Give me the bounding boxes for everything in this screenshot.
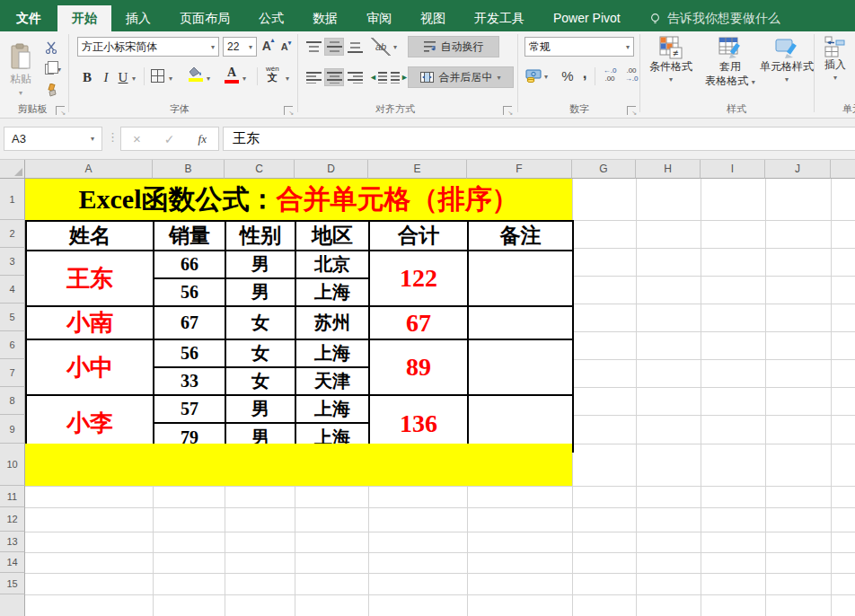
qty-cell[interactable]: 33: [154, 367, 225, 395]
gender-cell[interactable]: 女: [225, 339, 295, 367]
column-header-b[interactable]: B: [153, 160, 225, 179]
fill-color-caret[interactable]: ▾: [207, 75, 210, 83]
phonetic-caret[interactable]: ▾: [286, 75, 289, 83]
tab-home[interactable]: 开始: [57, 5, 111, 31]
alignment-dialog-launcher[interactable]: [503, 106, 512, 115]
tab-page-layout[interactable]: 页面布局: [165, 5, 244, 31]
number-dialog-launcher[interactable]: [627, 106, 636, 115]
header-qty[interactable]: 销量: [154, 221, 225, 251]
number-format-combo[interactable]: 常规▾: [524, 37, 634, 57]
fill-color-button[interactable]: [189, 67, 203, 82]
column-header-h[interactable]: H: [636, 160, 701, 179]
font-dialog-launcher[interactable]: [284, 106, 293, 115]
percent-style-button[interactable]: %: [559, 66, 577, 85]
name-cell[interactable]: 小中: [26, 339, 154, 395]
column-header-f[interactable]: F: [467, 160, 572, 179]
align-right-button[interactable]: [345, 68, 365, 86]
conditional-formatting-button[interactable]: ≠ 条件格式 ▾: [643, 36, 699, 84]
header-region[interactable]: 地区: [295, 221, 369, 251]
underline-button[interactable]: U: [115, 67, 131, 87]
copy-button[interactable]: ▾: [40, 60, 66, 78]
increase-indent-button[interactable]: ►: [390, 68, 410, 86]
yellow-highlight-row[interactable]: [25, 444, 572, 486]
font-color-caret[interactable]: ▾: [242, 75, 246, 83]
name-box[interactable]: A3 ▾: [4, 127, 102, 151]
format-painter-button[interactable]: [41, 82, 61, 100]
accounting-caret[interactable]: ▾: [544, 73, 548, 81]
wrap-text-button[interactable]: 自动换行: [408, 36, 499, 57]
orientation-caret[interactable]: ▾: [393, 43, 397, 51]
column-header-j[interactable]: J: [765, 160, 831, 179]
clipboard-dialog-launcher[interactable]: [56, 106, 65, 115]
title-cell[interactable]: Excel函数公式：合并单元格（排序）: [25, 179, 572, 220]
accounting-format-button[interactable]: [524, 66, 542, 84]
column-header-c[interactable]: C: [225, 160, 295, 179]
qty-cell[interactable]: 66: [154, 251, 225, 278]
header-gender[interactable]: 性别: [225, 221, 295, 251]
region-cell[interactable]: 苏州: [295, 306, 369, 339]
italic-button[interactable]: I: [99, 67, 113, 87]
formula-input[interactable]: 王东: [223, 127, 855, 151]
font-size-combo[interactable]: 22▾: [223, 37, 257, 57]
borders-button[interactable]: [151, 69, 164, 83]
cells-area[interactable]: Excel函数公式：合并单元格（排序） 姓名 销量 性别 地区 合计 备注 王东…: [0, 179, 855, 616]
tab-file[interactable]: 文件: [0, 5, 57, 31]
column-header-g[interactable]: G: [572, 160, 636, 179]
column-header-d[interactable]: D: [295, 160, 368, 179]
name-cell[interactable]: 小南: [26, 306, 154, 339]
cut-button[interactable]: [41, 39, 61, 57]
region-cell[interactable]: 天津: [295, 367, 369, 395]
cell-styles-button[interactable]: 单元格样式 ▾: [760, 36, 814, 84]
note-cell[interactable]: [468, 251, 573, 306]
column-header-e[interactable]: E: [368, 160, 467, 179]
align-left-button[interactable]: [304, 68, 323, 86]
font-color-button[interactable]: A: [225, 66, 239, 84]
cancel-button[interactable]: ×: [133, 131, 141, 146]
insert-cells-button[interactable]: 插入 ▾: [819, 36, 851, 82]
region-cell[interactable]: 上海: [295, 278, 369, 306]
tab-view[interactable]: 视图: [406, 5, 460, 31]
column-header-k-partial[interactable]: [831, 160, 855, 179]
tab-insert[interactable]: 插入: [111, 5, 165, 31]
total-cell[interactable]: 67: [369, 306, 468, 339]
gender-cell[interactable]: 男: [225, 395, 295, 423]
tab-formulas[interactable]: 公式: [244, 5, 298, 31]
enter-button[interactable]: ✓: [164, 132, 175, 146]
merge-center-button[interactable]: 合并后居中 ▾: [408, 66, 514, 88]
header-name[interactable]: 姓名: [26, 221, 154, 251]
column-header-i[interactable]: I: [701, 160, 765, 179]
note-cell[interactable]: [468, 339, 573, 395]
column-header-a[interactable]: A: [25, 160, 153, 179]
region-cell[interactable]: 上海: [295, 339, 369, 367]
formula-bar-drag-handle[interactable]: ⋮: [107, 130, 118, 144]
format-as-table-button[interactable]: 套用 表格格式 ▾: [702, 36, 758, 88]
decrease-indent-button[interactable]: ◄: [368, 68, 388, 86]
tab-power-pivot[interactable]: Power Pivot: [539, 5, 635, 31]
shrink-font-button[interactable]: A▾: [278, 39, 294, 55]
insert-function-button[interactable]: fx: [198, 132, 207, 146]
total-cell[interactable]: 89: [369, 339, 468, 395]
header-note[interactable]: 备注: [468, 221, 573, 251]
total-cell[interactable]: 122: [369, 251, 468, 306]
bold-button[interactable]: B: [79, 67, 95, 87]
gender-cell[interactable]: 女: [225, 306, 295, 339]
align-bottom-button[interactable]: [345, 38, 365, 56]
paste-button[interactable]: 粘贴 ▾: [4, 37, 38, 103]
align-center-button[interactable]: [324, 68, 344, 86]
phonetic-guide-button[interactable]: wén 文: [266, 66, 279, 83]
comma-style-button[interactable]: ,: [578, 64, 591, 84]
tell-me-box[interactable]: 告诉我你想要做什么: [635, 5, 795, 31]
orientation-button[interactable]: ab: [370, 38, 392, 56]
name-cell[interactable]: 王东: [26, 251, 154, 306]
select-all-corner[interactable]: [0, 160, 25, 179]
region-cell[interactable]: 北京: [295, 251, 369, 278]
increase-decimal-button[interactable]: ←.0.00: [600, 66, 620, 84]
header-total[interactable]: 合计: [369, 221, 468, 251]
note-cell[interactable]: [468, 306, 573, 339]
tab-data[interactable]: 数据: [298, 5, 352, 31]
qty-cell[interactable]: 67: [154, 306, 225, 339]
grow-font-button[interactable]: A▴: [260, 37, 276, 55]
borders-caret[interactable]: ▾: [169, 75, 172, 83]
qty-cell[interactable]: 56: [154, 278, 225, 306]
gender-cell[interactable]: 男: [225, 278, 295, 306]
